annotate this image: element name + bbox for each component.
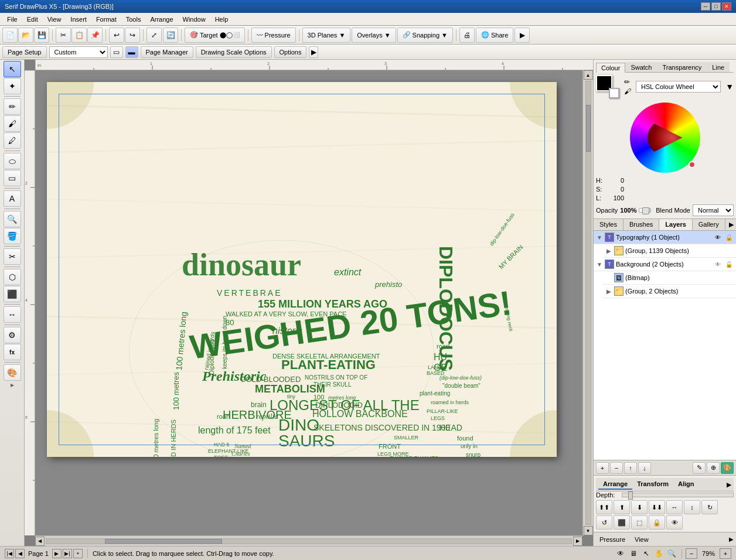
screen-button[interactable]: 🖥: [628, 548, 639, 559]
page-manager-button[interactable]: Page Manager: [141, 46, 193, 58]
scroll-thumb-v[interactable]: [586, 105, 591, 152]
pressure-button[interactable]: 〰 Pressure: [251, 28, 296, 43]
depth-slider[interactable]: [622, 493, 734, 497]
tab-arrange[interactable]: Arrange: [598, 479, 632, 490]
menu-window[interactable]: Window: [178, 15, 210, 24]
print-button[interactable]: 🖨: [459, 28, 475, 43]
layer-merge-button[interactable]: ⊕: [707, 462, 720, 474]
scroll-right-button[interactable]: ▶: [573, 537, 582, 546]
hand-button[interactable]: ✋: [653, 548, 665, 559]
expand-background[interactable]: ▼: [596, 261, 603, 268]
prev-page-button[interactable]: ◀: [15, 549, 25, 558]
rotate-button[interactable]: 🔄: [163, 28, 178, 43]
layer-group2[interactable]: ▶ 📁 (Group, 2 Objects): [603, 285, 736, 298]
blend-tool[interactable]: ⚙: [4, 327, 21, 343]
delete-layer-button[interactable]: −: [610, 462, 623, 474]
shape-tool[interactable]: ⬡: [4, 269, 21, 285]
minimize-button[interactable]: ─: [701, 2, 710, 11]
menu-file[interactable]: File: [2, 15, 22, 24]
next-page-button[interactable]: ▶: [52, 549, 62, 558]
eye-button[interactable]: 👁: [615, 548, 626, 559]
expand-group1139[interactable]: ▶: [605, 247, 612, 254]
layer-bitmap[interactable]: ▶ 🖼 (Bitmap): [603, 271, 736, 285]
more-button[interactable]: ▶: [514, 28, 530, 43]
group-button[interactable]: ⬛: [614, 515, 630, 530]
colour-wheel[interactable]: [630, 103, 700, 173]
send-backward-button[interactable]: ⬇: [631, 500, 648, 514]
opacity-slider[interactable]: [639, 208, 651, 213]
hide-button[interactable]: 👁: [666, 515, 683, 530]
last-page-button[interactable]: ▶|: [63, 549, 72, 558]
cut-button[interactable]: ✂: [56, 28, 71, 43]
share-button[interactable]: 🌐 Share: [476, 28, 513, 43]
tab-gallery[interactable]: Gallery: [693, 219, 725, 230]
background-colour[interactable]: [609, 88, 619, 98]
save-button[interactable]: 💾: [34, 28, 49, 43]
tab-swatch[interactable]: Swatch: [625, 62, 657, 72]
scroll-up-button[interactable]: ▲: [584, 70, 593, 80]
rotate-cw-button[interactable]: ↻: [701, 500, 718, 514]
expand-icon[interactable]: ▼: [725, 82, 734, 91]
layer-group1139[interactable]: ▶ 📁 (Group, 1139 Objects): [603, 244, 736, 258]
zoom-in-button[interactable]: +: [720, 548, 731, 559]
connector-tool[interactable]: ⬛: [4, 286, 21, 302]
brush-tool[interactable]: 🖌: [4, 115, 21, 132]
paste-button[interactable]: 📌: [87, 28, 103, 43]
scroll-track-h[interactable]: [46, 538, 572, 544]
undo-button[interactable]: ↩: [109, 28, 124, 43]
layer-vis-background[interactable]: 👁: [713, 259, 723, 269]
expand-typography[interactable]: ▼: [596, 234, 603, 241]
scroll-track-v[interactable]: [585, 81, 591, 525]
paint-icon[interactable]: 🖌: [624, 87, 631, 95]
zoom-out-button[interactable]: −: [686, 548, 697, 559]
ellipse-tool[interactable]: ⬭: [4, 153, 21, 169]
dimension-tool[interactable]: ↔: [4, 306, 21, 323]
new-button[interactable]: 📄: [2, 28, 18, 43]
cursor-button[interactable]: ↖: [640, 548, 652, 559]
copy-button[interactable]: 📋: [71, 28, 87, 43]
lock-button[interactable]: 🔒: [649, 515, 665, 530]
scrollbar-vertical[interactable]: ▲ ▼: [582, 70, 593, 535]
first-page-button[interactable]: |◀: [5, 549, 14, 558]
pencil-tool[interactable]: ✏: [4, 98, 21, 115]
page-size-combo[interactable]: Custom A4 A3: [49, 46, 108, 58]
layer-lock-typography[interactable]: 🔓: [724, 233, 734, 242]
scroll-thumb-h[interactable]: [105, 539, 222, 544]
target-button[interactable]: 🎯 Target ⬤◯⬜: [185, 28, 245, 43]
menu-insert[interactable]: Insert: [66, 15, 91, 24]
zoom-button[interactable]: 🔍: [666, 548, 678, 559]
scrollbar-horizontal[interactable]: ◀ ▶: [35, 535, 582, 546]
menu-tools[interactable]: Tools: [121, 15, 146, 24]
tab-align[interactable]: Align: [673, 479, 699, 490]
select-tool[interactable]: ↖: [4, 61, 21, 77]
menu-edit[interactable]: Edit: [22, 15, 43, 24]
blend-mode-combo[interactable]: Normal Multiply Screen Overlay: [693, 204, 734, 216]
scroll-left-button[interactable]: ◀: [35, 537, 45, 546]
tab-pressure[interactable]: Pressure: [596, 535, 629, 544]
close-button[interactable]: ✕: [722, 2, 731, 11]
send-back-button[interactable]: ⬇⬇: [649, 500, 665, 514]
page-setup-button[interactable]: Page Setup: [2, 46, 47, 58]
layer-lock-background[interactable]: 🔓: [724, 259, 734, 269]
opacity-thumb[interactable]: [642, 207, 649, 214]
panel-expand-right[interactable]: ▶: [729, 536, 734, 542]
menu-format[interactable]: Format: [91, 15, 121, 24]
tab-colour[interactable]: Colour: [596, 63, 625, 73]
crop-tool[interactable]: ✂: [4, 248, 21, 265]
open-button[interactable]: 📂: [18, 28, 33, 43]
tab-styles[interactable]: Styles: [594, 219, 623, 230]
menu-arrange[interactable]: Arrange: [145, 15, 178, 24]
colour-tool[interactable]: 🎨: [4, 364, 21, 381]
colour-indicator[interactable]: [689, 161, 696, 168]
canvas-inner[interactable]: dinosaur extinct prehisto VERTEBRAE 155 …: [35, 70, 582, 535]
transform-button[interactable]: ⤢: [146, 28, 162, 43]
tab-line[interactable]: Line: [707, 62, 730, 72]
pencil-icon[interactable]: ✏: [624, 78, 631, 86]
flip-h-button[interactable]: ↔: [666, 500, 683, 514]
ungroup-button[interactable]: ⬚: [631, 515, 648, 530]
fill-tool[interactable]: 🪣: [4, 228, 21, 244]
arrange-expand[interactable]: ▶: [727, 482, 731, 488]
tab-brushes[interactable]: Brushes: [623, 219, 659, 230]
move-down-button[interactable]: ↓: [638, 462, 651, 474]
layers-expand-button[interactable]: ▶: [727, 219, 736, 230]
